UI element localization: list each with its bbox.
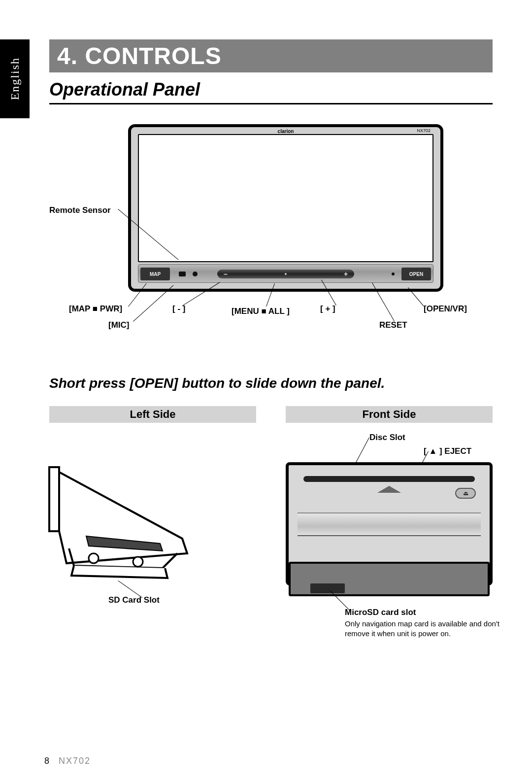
callout-mic: [MIC] — [108, 320, 129, 330]
eject-icon: ⏏ — [463, 490, 468, 497]
callout-map-pwr: [MAP ■ PWR] — [69, 304, 122, 314]
remote-sensor-icon — [193, 272, 198, 276]
mic-hole-icon — [179, 272, 186, 276]
left-side-header: Left Side — [49, 406, 256, 423]
svg-point-1 — [133, 557, 143, 567]
lower-tray — [289, 562, 490, 596]
device-screen — [138, 134, 433, 262]
microsd-slot-icon — [310, 583, 345, 593]
plus-icon: + — [341, 270, 350, 278]
side-headers-row: Left Side Front Side — [49, 406, 493, 423]
callout-remote-sensor: Remote Sensor — [49, 205, 111, 215]
open-button: OPEN — [401, 268, 431, 280]
svg-point-0 — [89, 553, 99, 563]
callout-plus: [ + ] — [320, 304, 335, 314]
diagram-row: SD Card Slot Disc Slot [ ▲ ] EJECT ⏏ — [49, 433, 493, 640]
diagram-left-side: SD Card Slot — [49, 433, 256, 640]
brand-label: clarion — [278, 129, 294, 134]
minus-icon: – — [221, 270, 230, 278]
chapter-heading: 4. CONTROLS — [49, 39, 493, 72]
arrow-up-icon — [377, 486, 401, 493]
mid-bar — [298, 512, 481, 536]
callout-menu-all: [MENU ■ ALL ] — [232, 307, 290, 316]
model-badge: NX702 — [415, 128, 432, 133]
section-title: Operational Panel — [49, 79, 493, 104]
callout-reset: RESET — [379, 320, 407, 330]
disc-slot-icon — [303, 476, 475, 482]
device-body: clarion NX702 MAP – + OPEN — [128, 124, 443, 292]
volume-bar: – + — [217, 270, 354, 278]
chapter-number: 4. — [57, 43, 78, 69]
eject-button: ⏏ — [455, 488, 476, 499]
front-panel-body: ⏏ — [286, 462, 493, 585]
page-footer: 8 NX702 — [44, 756, 91, 766]
callout-disc-slot: Disc Slot — [369, 433, 405, 443]
callout-minus: [ - ] — [172, 304, 185, 314]
map-button: MAP — [140, 268, 170, 280]
callout-microsd-title: MicroSD card slot — [345, 608, 416, 617]
language-tab: English — [0, 39, 30, 118]
menu-dot-icon — [285, 273, 287, 275]
front-side-header: Front Side — [286, 406, 493, 423]
mechanism-illustration — [39, 462, 207, 590]
callout-eject: [ ▲ ] EJECT — [424, 446, 471, 456]
microsd-note: Only navigation map card is available an… — [345, 619, 522, 638]
diagram-operational-panel: clarion NX702 MAP – + OPEN Remot — [49, 124, 493, 331]
callout-open-vr: [OPEN/VR] — [424, 304, 467, 314]
reset-hole-icon — [392, 273, 395, 275]
manual-page: English 4. CONTROLS Operational Panel cl… — [0, 0, 532, 784]
device-bottom-strip: MAP – + OPEN — [138, 264, 433, 283]
callout-sd-card-slot: SD Card Slot — [108, 595, 160, 605]
content-column: 4. CONTROLS Operational Panel clarion NX… — [49, 39, 493, 640]
chapter-title: CONTROLS — [85, 43, 221, 69]
page-number: 8 — [44, 756, 49, 766]
diagram-front-side: Disc Slot [ ▲ ] EJECT ⏏ MicroSD card slo… — [286, 433, 493, 640]
footer-model: NX702 — [59, 756, 91, 766]
language-label: English — [8, 57, 22, 100]
subtitle: Short press [OPEN] button to slide down … — [49, 375, 493, 391]
